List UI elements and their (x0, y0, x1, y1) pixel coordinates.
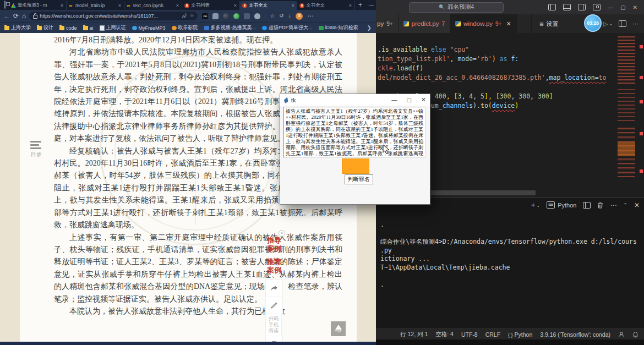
settings-more-icon[interactable]: ⋯ (307, 13, 314, 19)
tab-close-icon[interactable]: ✕ (506, 20, 511, 28)
new-terminal-icon[interactable]: ＋⌄ (530, 200, 540, 210)
terminal-panel[interactable]: ＋⌄ ⌨ Python ⋯ ⌃ ✕ . 综合作业\罪名预测4>D:/Anacon… (376, 197, 644, 329)
extension-globe-icon[interactable] (233, 13, 239, 19)
bookmark-item[interactable]: 超级PDF简单强大... (262, 24, 313, 31)
feedback-icon[interactable] (618, 331, 625, 338)
encoding[interactable]: UTF-8 (461, 331, 478, 338)
bookmark-label: 多多视频-热播英美... (211, 24, 256, 31)
share-arrow-icon (270, 285, 278, 292)
guide-case-link[interactable]: 指导 案例 (265, 237, 283, 253)
judge-crime-button[interactable] (342, 158, 369, 174)
read-aloud-icon[interactable]: A) (182, 13, 187, 19)
address-bar[interactable]: https://wenshu.court.gov.cn/website/wens… (29, 12, 198, 20)
toggle-secondary-sidebar-icon[interactable] (578, 4, 586, 10)
divider (265, 13, 265, 19)
terminal-profile[interactable]: ⌨ Python (547, 201, 576, 209)
browser-tab[interactable]: 文书全文× (297, 1, 355, 10)
tab-close-icon[interactable]: × (118, 3, 122, 8)
tab-close-icon[interactable]: × (291, 3, 295, 8)
bookmark-item[interactable]: iData-知识检索 (319, 24, 358, 31)
tab-search-icon[interactable] (4, 1, 6, 9)
home-icon[interactable]: ⌂ (22, 13, 26, 19)
extension-chat-icon[interactable] (212, 13, 219, 19)
profile-avatar[interactable] (296, 13, 303, 20)
minimize-icon[interactable]: — (391, 97, 397, 103)
tab-predict-py[interactable]: predict.py7 (399, 14, 450, 33)
bookmark-item[interactable]: code (59, 25, 77, 31)
scroll-top-button[interactable] (265, 336, 283, 342)
minimize-icon[interactable]: — (608, 4, 613, 10)
back-to-top-button[interactable]: TOP (331, 321, 346, 336)
tk-title-bar[interactable]: tk — ▢ ✕ (280, 94, 430, 106)
close-icon[interactable]: ✕ (633, 4, 637, 10)
eol[interactable]: CRLF (485, 331, 500, 338)
tab-window-py[interactable]: window.py9+ ✕ (450, 14, 517, 33)
extension-doc-icon[interactable] (244, 13, 250, 19)
back-icon[interactable]: ← (3, 13, 10, 19)
bookmark-item[interactable]: ai (83, 25, 94, 31)
favorite-star-icon[interactable]: ☆ (190, 13, 194, 19)
tab-clipped-py[interactable]: py9+ (376, 14, 399, 33)
cursor-position[interactable]: 行 12, 列 1 (400, 331, 428, 338)
bookmark-item[interactable]: 设计 (37, 24, 53, 31)
bookmark-item[interactable]: 上海大学 (4, 24, 31, 31)
bookmark-item[interactable]: 欧乐影院 (172, 24, 198, 31)
maximize-icon[interactable]: ▢ (620, 4, 625, 10)
command-center-search[interactable]: 🔍 罪名预测4 (409, 2, 504, 13)
customize-layout-icon[interactable] (593, 4, 601, 10)
split-terminal-icon[interactable] (583, 202, 591, 209)
maximize-panel-icon[interactable]: ⌃ (623, 202, 627, 208)
close-panel-icon[interactable]: ✕ (634, 201, 640, 209)
document-side-rail: × 指导 案例 推荐 案例 扫码手机阅读 (265, 237, 283, 342)
minimap[interactable] (618, 34, 637, 194)
tab-close-icon[interactable]: × (233, 3, 237, 8)
toggle-sidebar-icon[interactable] (548, 4, 556, 10)
tab-close-icon[interactable]: × (348, 3, 352, 8)
extension-oo-icon[interactable] (202, 13, 208, 19)
collections-star-icon[interactable]: ☆ (270, 13, 275, 19)
toc-widget[interactable]: 目录 (27, 141, 46, 158)
split-editor-icon[interactable] (619, 20, 626, 27)
extension-github-icon[interactable] (254, 13, 260, 19)
bookmarks-overflow-icon[interactable]: ❯ (367, 25, 372, 31)
python-interpreter[interactable]: 3.9.16 ('Tensorflow': conda) (540, 331, 610, 338)
browser-tab[interactable]: 文书全文× (240, 1, 297, 10)
tab-close-icon[interactable]: × (60, 3, 64, 8)
extension-sphere-icon[interactable] (223, 13, 229, 19)
toggle-panel-icon[interactable] (563, 4, 571, 10)
new-tab-button[interactable]: + (358, 1, 362, 9)
terminal-output: . 综合作业\罪名预测4>D:/Anaconda/envs/Tensorflow… (380, 221, 637, 289)
bookmark-item[interactable]: 多多视频-热播英美... (204, 24, 256, 31)
maximize-icon[interactable]: ▢ (406, 97, 411, 103)
edit-button[interactable] (265, 297, 283, 314)
browser-tab[interactable]: text_cnn.ipynb× (124, 1, 182, 10)
run-python-button[interactable]: ▷⌄ (603, 20, 613, 28)
recommend-case-link[interactable]: 推荐 案例 (265, 258, 283, 275)
rail-close-icon[interactable]: × (279, 230, 285, 237)
history-icon[interactable]: ↺ (279, 13, 283, 19)
indentation[interactable]: 空格: 4 (435, 331, 454, 338)
more-actions-icon[interactable]: ⋯ (632, 20, 638, 28)
close-icon[interactable]: ✕ (421, 96, 426, 103)
recording-timer-badge[interactable]: 03:26 (584, 14, 602, 32)
pencil-icon (271, 302, 277, 309)
browser-tab[interactable]: 罪名预测3 - m× (9, 1, 67, 10)
kill-terminal-trash-icon[interactable] (597, 202, 603, 209)
language-mode[interactable]: { } Python (508, 331, 532, 338)
browser-tab[interactable]: model_train.ip× (67, 1, 124, 10)
tab-settings[interactable]: ≣ 设置 (531, 14, 566, 33)
url-text[interactable]: https://wenshu.court.gov.cn/website/wens… (40, 13, 179, 19)
share-button[interactable] (265, 280, 283, 297)
tab-close-icon[interactable]: × (176, 3, 179, 8)
refresh-icon[interactable]: ⟳ (13, 13, 19, 19)
case-text-input[interactable]: 被告人张威与被害人王某1（殁年27岁）均系河北省文安县××镇××村村民。2020… (283, 107, 425, 158)
terminal-more-icon[interactable]: ⋯ (610, 201, 616, 209)
bookmark-item[interactable]: 上网认证 (100, 24, 126, 31)
bookmark-item[interactable]: MyFreeMP3 (132, 25, 166, 31)
downloads-icon[interactable]: ↓ (288, 13, 291, 19)
notifications-bell-icon[interactable] (632, 331, 638, 338)
minimize-icon[interactable]: — (369, 2, 374, 8)
horizontal-scrollbar[interactable] (431, 190, 536, 195)
extensions-row: ☆ ↺ ↓ ⋯ (202, 13, 313, 20)
browser-tab[interactable]: 文书列表× (182, 1, 240, 10)
